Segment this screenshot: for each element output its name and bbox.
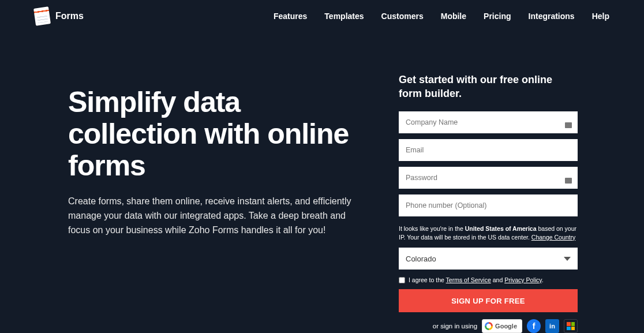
google-icon <box>485 322 493 330</box>
nav-templates[interactable]: Templates <box>324 12 364 21</box>
autofill-icon <box>565 122 572 128</box>
phone-input[interactable] <box>399 194 578 216</box>
linkedin-signin-button[interactable]: in <box>545 319 559 333</box>
nav-features[interactable]: Features <box>274 12 307 21</box>
forms-logo-icon <box>33 6 51 25</box>
hero-subtitle: Create forms, share them online, receive… <box>68 194 368 237</box>
hero-title: Simplify data collection with online for… <box>68 87 368 182</box>
social-signin-row: or sign in using Google f in <box>399 319 578 333</box>
datacenter-notice: It looks like you're in the United State… <box>399 225 578 242</box>
tos-link[interactable]: Terms of Service <box>446 276 491 283</box>
google-signin-button[interactable]: Google <box>482 319 522 333</box>
signup-button[interactable]: SIGN UP FOR FREE <box>399 289 578 312</box>
state-select[interactable]: Colorado <box>399 248 578 270</box>
hero-section: Simplify data collection with online for… <box>68 73 368 333</box>
agree-row: I agree to the Terms of Service and Priv… <box>399 276 578 283</box>
email-input[interactable] <box>399 139 578 161</box>
company-name-input[interactable] <box>399 111 578 133</box>
chevron-down-icon <box>564 257 571 261</box>
social-prefix: or sign in using <box>433 323 477 330</box>
microsoft-signin-button[interactable] <box>564 319 578 333</box>
brand-logo[interactable]: Forms <box>35 8 84 25</box>
change-country-link[interactable]: Change Country <box>531 234 575 241</box>
autofill-icon <box>565 178 572 184</box>
signup-form: Get started with our free online form bu… <box>399 73 578 333</box>
password-input[interactable] <box>399 167 578 189</box>
brand-name: Forms <box>55 11 84 21</box>
main-content: Simplify data collection with online for… <box>0 32 644 333</box>
state-selected-value: Colorado <box>406 255 436 263</box>
microsoft-icon <box>567 322 575 330</box>
form-heading: Get started with our free online form bu… <box>399 73 578 101</box>
header: Forms Features Templates Customers Mobil… <box>0 0 644 32</box>
primary-nav: Features Templates Customers Mobile Pric… <box>274 12 609 21</box>
facebook-signin-button[interactable]: f <box>527 319 541 333</box>
privacy-link[interactable]: Privacy Policy <box>504 276 542 283</box>
nav-help[interactable]: Help <box>592 12 609 21</box>
nav-integrations[interactable]: Integrations <box>529 12 575 21</box>
nav-mobile[interactable]: Mobile <box>441 12 466 21</box>
nav-pricing[interactable]: Pricing <box>484 12 511 21</box>
agree-checkbox[interactable] <box>399 277 405 283</box>
nav-customers[interactable]: Customers <box>381 12 424 21</box>
